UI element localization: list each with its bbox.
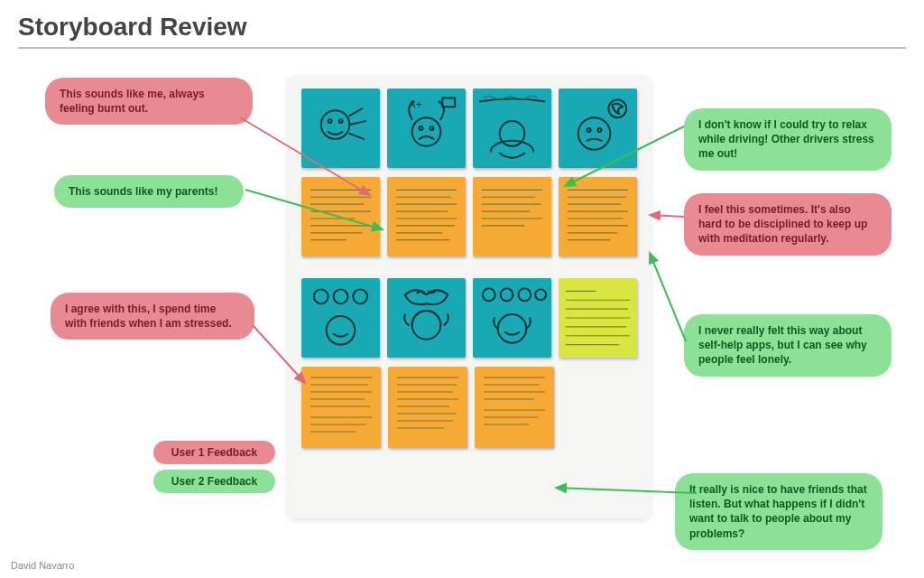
sticky-note-text [388, 367, 467, 448]
sticky-note-sketch [387, 278, 466, 358]
svg-point-12 [608, 99, 626, 117]
sticky-note-text [301, 177, 380, 256]
feedback-bubble-lonely: I never really felt this way about self-… [684, 314, 892, 377]
legend-user1: User 1 Feedback [153, 441, 275, 464]
feedback-bubble-parents: This sounds like my parents! [54, 175, 244, 208]
horizontal-rule [18, 47, 906, 49]
svg-point-21 [535, 289, 546, 300]
svg-line-27 [650, 215, 684, 217]
sticky-note-sketch [473, 89, 551, 168]
svg-point-9 [578, 117, 611, 150]
author-credit: David Navarro [11, 560, 74, 571]
sticky-note-sketch: A+ [387, 89, 466, 168]
svg-point-10 [587, 128, 591, 132]
sticky-note-summary [559, 278, 637, 358]
svg-point-1 [328, 119, 332, 123]
board-row-2 [301, 177, 637, 256]
sticky-note-text [387, 177, 466, 256]
board-row-4 [301, 367, 637, 448]
sticky-note-text [559, 177, 637, 256]
legend-user2: User 2 Feedback [153, 470, 275, 493]
feedback-bubble-driving: I don't know if I could try to relax whi… [684, 108, 892, 171]
board-row-1: A+ [301, 89, 637, 168]
svg-point-15 [353, 289, 367, 303]
svg-point-5 [430, 126, 433, 130]
svg-point-4 [420, 126, 423, 130]
sticky-note-sketch [301, 89, 380, 168]
sticky-note-sketch [301, 278, 380, 358]
svg-point-2 [339, 119, 343, 123]
feedback-bubble-discipline: I feel this sometimes. It's also hard to… [684, 193, 892, 256]
storyboard-photo: A+ [289, 76, 650, 518]
svg-point-11 [598, 128, 602, 132]
sticky-note-text [475, 367, 554, 448]
page-title: Storyboard Review [18, 13, 247, 42]
svg-point-19 [501, 288, 513, 301]
sticky-note-sketch [473, 278, 551, 358]
sticky-note-text [473, 177, 551, 256]
sticky-note-text [301, 367, 381, 448]
svg-line-28 [650, 253, 686, 341]
svg-rect-6 [442, 98, 455, 107]
svg-point-13 [314, 289, 328, 303]
sticky-note-sketch [559, 89, 637, 168]
board-row-3 [301, 278, 637, 358]
feedback-bubble-listen: It really is nice to have friends that l… [675, 473, 882, 550]
svg-point-14 [334, 289, 348, 303]
svg-text:A+: A+ [409, 98, 422, 111]
feedback-bubble-friends: I agree with this, I spend time with fri… [51, 293, 254, 340]
svg-point-20 [518, 288, 531, 301]
svg-point-22 [498, 314, 527, 343]
svg-point-16 [327, 316, 356, 345]
feedback-bubble-burnt-out: This sounds like me, always feeling burn… [45, 78, 253, 125]
svg-point-18 [483, 288, 495, 301]
svg-point-3 [412, 117, 441, 146]
